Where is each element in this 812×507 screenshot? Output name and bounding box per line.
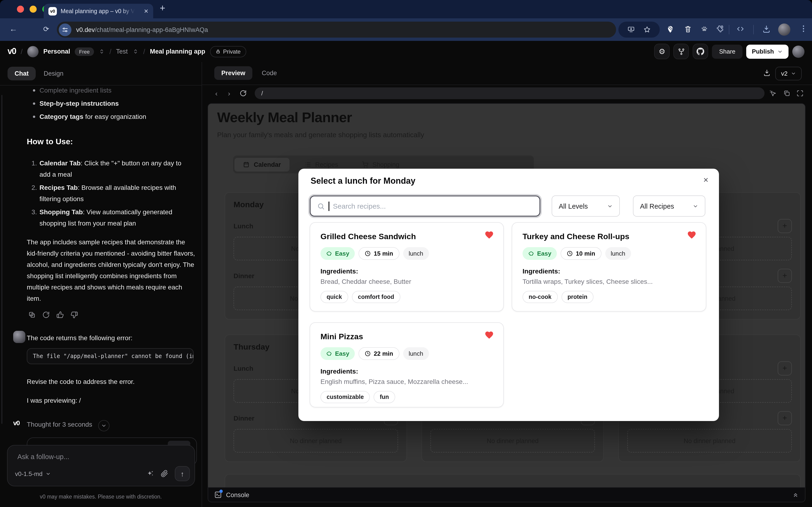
extension-paw-icon[interactable]: [700, 25, 708, 33]
browser-tab[interactable]: v0 Meal planning app – v0 by Ve ✕: [44, 4, 153, 18]
empty-dinner-slot[interactable]: No dinner planned: [234, 429, 398, 452]
add-lunch-button[interactable]: +: [778, 219, 792, 233]
recipe-search-input[interactable]: [333, 202, 533, 210]
share-button[interactable]: Share: [712, 44, 743, 58]
version-label: v2: [781, 70, 788, 77]
fullscreen-icon[interactable]: [797, 90, 804, 97]
model-selector[interactable]: v0-1.5-md: [15, 470, 51, 477]
tab-design[interactable]: Design: [39, 67, 69, 80]
browser-toolbar: ← ⟳ v0.dev/chat/meal-planning-app-6aBgHN…: [0, 18, 812, 41]
chat-composer[interactable]: Ask a follow-up... v0-1.5-md ↑: [7, 445, 195, 486]
dialog-close-icon[interactable]: ✕: [703, 176, 709, 184]
tab-chat[interactable]: Chat: [7, 67, 36, 80]
preview-forward-icon[interactable]: ›: [228, 89, 230, 97]
breadcrumb-chat-title[interactable]: Meal planning app: [150, 48, 206, 55]
app-tab-calendar[interactable]: Calendar: [234, 158, 289, 171]
thumbs-up-icon[interactable]: [56, 311, 64, 319]
attachment-icon[interactable]: [161, 470, 168, 477]
thumbs-down-icon[interactable]: [70, 311, 78, 319]
sidebar-scrollbar[interactable]: [1, 95, 2, 424]
new-tab-button[interactable]: +: [160, 3, 165, 14]
version-selector[interactable]: v2: [775, 67, 802, 80]
ingredients-label: Ingredients:: [321, 368, 493, 375]
favorite-heart-icon[interactable]: [687, 230, 696, 240]
chevron-down-icon: [777, 49, 783, 54]
site-settings-icon[interactable]: [59, 23, 71, 36]
tab-close-icon[interactable]: ✕: [144, 8, 149, 14]
step-item: Recipes Tab: Browse all available recipe…: [40, 182, 191, 205]
address-bar[interactable]: v0.dev/chat/meal-planning-app-6aBgHNIwAQ…: [57, 21, 616, 38]
ingredients-text: English muffins, Pizza sauce, Mozzarella…: [321, 378, 493, 385]
recipe-card[interactable]: Grilled Cheese Sandwich Easy 15 min lunc…: [310, 222, 504, 312]
publish-label: Publish: [752, 48, 774, 55]
browser-back-button[interactable]: ←: [9, 24, 17, 34]
preview-back-icon[interactable]: ‹: [215, 89, 218, 97]
difficulty-badge: Easy: [321, 247, 355, 260]
breadcrumb-workspace[interactable]: Personal: [43, 48, 70, 55]
project-selector-icon[interactable]: [132, 48, 138, 55]
recipe-search-box[interactable]: [310, 195, 540, 217]
search-icon: [317, 202, 325, 210]
console-label: Console: [226, 491, 249, 498]
lunch-label: Lunch: [234, 364, 253, 372]
user-message: I was previewing: /: [27, 395, 81, 406]
privacy-badge[interactable]: Private: [210, 46, 246, 57]
model-label: v0-1.5-md: [15, 470, 43, 477]
github-button[interactable]: [693, 44, 708, 59]
settings-button[interactable]: ⚙: [654, 44, 670, 59]
downloads-icon[interactable]: [762, 25, 771, 33]
browser-refresh-button[interactable]: ⟳: [43, 25, 49, 33]
empty-dinner-slot[interactable]: No dinner planned: [430, 429, 595, 452]
duplicate-icon[interactable]: [784, 90, 791, 97]
user-message: Revise the code to address the error.: [27, 376, 135, 387]
add-dinner-button[interactable]: +: [778, 411, 792, 425]
add-lunch-button[interactable]: +: [778, 361, 792, 376]
inspect-cursor-icon[interactable]: [769, 90, 776, 97]
v0-favicon: v0: [48, 7, 57, 15]
recipe-card[interactable]: Turkey and Cheese Roll-ups Easy 10 min l…: [512, 222, 706, 312]
add-dinner-button[interactable]: +: [778, 269, 792, 283]
extension-trash-icon[interactable]: [684, 25, 692, 33]
tab-preview[interactable]: Preview: [214, 66, 252, 80]
fork-button[interactable]: [674, 44, 689, 59]
empty-dinner-slot[interactable]: No dinner planned: [627, 429, 792, 452]
recipe-filter-select[interactable]: All Recipes: [633, 195, 705, 217]
preview-refresh-icon[interactable]: [240, 90, 247, 97]
meal-badge: lunch: [605, 247, 631, 260]
workspace-selector-icon[interactable]: [99, 48, 105, 55]
preview-path-input[interactable]: /: [255, 88, 764, 99]
v0-logo[interactable]: v0: [7, 47, 16, 56]
level-filter-select[interactable]: All Levels: [552, 195, 620, 217]
breadcrumb-project[interactable]: Test: [116, 48, 128, 55]
publish-button[interactable]: Publish: [746, 44, 789, 58]
app-subtitle: Plan your family's meals and generate sh…: [217, 131, 424, 138]
tab-code[interactable]: Code: [257, 66, 282, 80]
console-bar[interactable]: Console: [208, 487, 805, 502]
browser-menu-icon[interactable]: ⋮: [800, 24, 807, 33]
console-expand-icon[interactable]: [792, 492, 799, 498]
v0-header: v0 / Personal Free / Test / Meal plannin…: [0, 41, 812, 62]
thought-expand-button[interactable]: [98, 420, 110, 431]
favorite-heart-icon[interactable]: [484, 330, 494, 340]
preview-navbar: ‹ › /: [202, 85, 812, 102]
chef-hat-icon: [326, 350, 332, 357]
user-avatar[interactable]: [792, 45, 805, 58]
bookmark-star-icon[interactable]: [644, 26, 651, 33]
regenerate-icon[interactable]: [42, 311, 50, 319]
download-icon[interactable]: [763, 69, 771, 76]
extension-pin-icon[interactable]: [666, 25, 674, 34]
favorite-heart-icon[interactable]: [484, 230, 494, 240]
code-brackets-icon[interactable]: [736, 25, 744, 33]
install-app-icon[interactable]: [627, 26, 635, 33]
copy-icon[interactable]: [28, 311, 36, 319]
browser-profile-avatar[interactable]: [778, 23, 791, 36]
window-minimize-button[interactable]: [30, 6, 37, 13]
sparkles-icon[interactable]: [147, 470, 154, 477]
ingredients-label: Ingredients:: [321, 267, 493, 275]
send-button[interactable]: ↑: [175, 466, 190, 481]
recipe-card[interactable]: Mini Pizzas Easy 22 min lunch Ingredient…: [310, 322, 504, 407]
window-close-button[interactable]: [17, 6, 24, 13]
bullet-dot: [33, 116, 35, 118]
extensions-puzzle-icon[interactable]: [716, 25, 724, 33]
app-title: Weekly Meal Planner: [217, 110, 352, 125]
